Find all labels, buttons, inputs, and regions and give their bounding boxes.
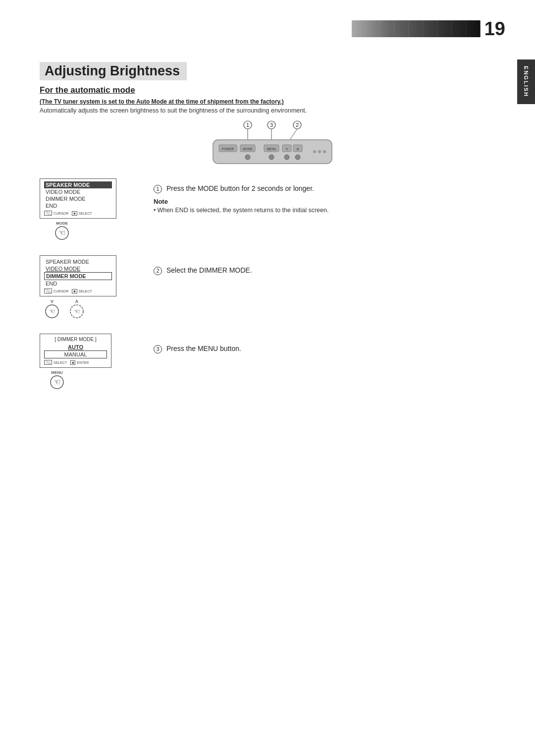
page-title: Adjusting Brightness bbox=[40, 62, 505, 85]
svg-point-20 bbox=[284, 155, 289, 160]
svg-text:☜: ☜ bbox=[74, 307, 80, 315]
subtitle-note: (The TV tuner system is set to the Auto … bbox=[40, 97, 505, 105]
svg-text:MENU: MENU bbox=[267, 147, 276, 151]
svg-text:1: 1 bbox=[246, 122, 249, 128]
step2-number: 2 bbox=[154, 267, 162, 275]
page-title-section: Adjusting Brightness For the automatic m… bbox=[40, 62, 505, 114]
step2-section: SPEAKER MODE VIDEO MODE DIMMER MODE END … bbox=[40, 255, 505, 319]
page-container: 19 ENGLISH Adjusting Brightness For the … bbox=[0, 0, 535, 756]
step2-content: 2 Select the DIMMER MODE. bbox=[154, 255, 505, 319]
svg-text:V: V bbox=[286, 147, 288, 151]
page-number-bar: 19 bbox=[347, 20, 505, 38]
svg-text:MODE: MODE bbox=[243, 147, 253, 151]
step1-diagram: SPEAKER MODE VIDEO MODE DIMMER MODE END … bbox=[40, 178, 139, 240]
step1-content: 1 Press the MODE button for 2 seconds or… bbox=[154, 178, 505, 240]
page-number: 19 bbox=[484, 19, 505, 38]
english-tab: ENGLISH bbox=[517, 59, 535, 104]
svg-point-25 bbox=[318, 150, 321, 153]
svg-point-23 bbox=[295, 155, 300, 160]
svg-point-17 bbox=[269, 155, 274, 160]
step3-number: 3 bbox=[154, 345, 162, 353]
note-label: Note bbox=[154, 198, 505, 205]
svg-text:3: 3 bbox=[270, 122, 273, 128]
svg-point-14 bbox=[245, 155, 250, 160]
svg-text:A: A bbox=[297, 147, 299, 151]
svg-text:POWER: POWER bbox=[222, 147, 234, 151]
step2-diagram: SPEAKER MODE VIDEO MODE DIMMER MODE END … bbox=[40, 255, 139, 319]
subtitle-desc: Automatically adjusts the screen brightn… bbox=[40, 106, 505, 114]
step3-content: 3 Press the MENU button. bbox=[154, 334, 505, 390]
step3-diagram: [ DIMMER MODE ] AUTO MANUAL ▽△ SELECT ■ … bbox=[40, 334, 139, 390]
remote-diagram: 1 3 2 POWER MODE MENU bbox=[40, 119, 505, 169]
svg-text:2: 2 bbox=[296, 122, 299, 128]
step1-section: SPEAKER MODE VIDEO MODE DIMMER MODE END … bbox=[40, 178, 505, 240]
note-text: •When END is selected, the system return… bbox=[154, 207, 505, 214]
svg-text:☜: ☜ bbox=[49, 307, 55, 315]
svg-text:☜: ☜ bbox=[58, 229, 65, 237]
svg-point-26 bbox=[323, 150, 326, 153]
step1-number: 1 bbox=[154, 185, 162, 193]
svg-point-24 bbox=[313, 150, 316, 153]
svg-text:☜: ☜ bbox=[54, 378, 60, 386]
section-heading: For the automatic mode bbox=[40, 85, 505, 95]
step3-section: [ DIMMER MODE ] AUTO MANUAL ▽△ SELECT ■ … bbox=[40, 334, 505, 390]
svg-line-8 bbox=[290, 129, 297, 140]
